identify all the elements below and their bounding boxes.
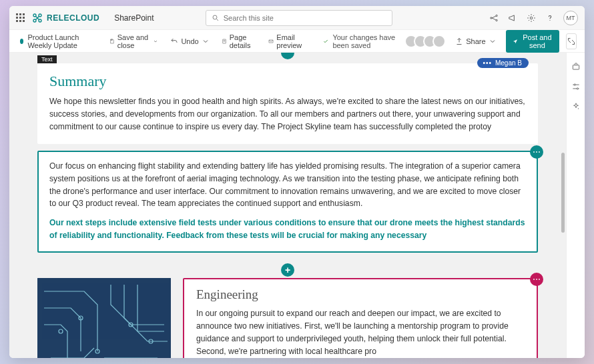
paragraph-2[interactable]: Our focus on enhancing flight stability … xyxy=(49,160,526,211)
svg-line-5 xyxy=(216,19,218,21)
svg-rect-11 xyxy=(111,39,112,41)
svg-point-25 xyxy=(574,84,575,85)
svg-point-7 xyxy=(496,15,497,16)
live-indicator: Product Launch Weekly Update xyxy=(17,32,100,51)
expand-diagonal-icon xyxy=(567,37,575,45)
engineering-body[interactable]: In our ongoing pursuit to expand our rea… xyxy=(196,307,525,358)
svg-rect-15 xyxy=(269,39,273,42)
chevron-down-icon xyxy=(202,37,210,45)
svg-rect-16 xyxy=(37,278,171,358)
engineering-heading: Engineering xyxy=(196,287,525,302)
send-icon xyxy=(513,37,518,45)
page-details-button[interactable]: Page details xyxy=(219,32,260,51)
email-icon xyxy=(268,37,274,45)
presence-dots-icon: ••• xyxy=(483,59,492,67)
app-launcher-icon[interactable] xyxy=(16,13,25,23)
expand-button[interactable] xyxy=(566,33,577,49)
presence-chip[interactable]: ••• Megan B xyxy=(477,58,529,68)
check-icon xyxy=(323,37,328,45)
page-details-icon xyxy=(222,37,227,45)
post-and-send-button[interactable]: Post and send xyxy=(506,30,560,53)
text-section-editing[interactable]: ⋯ Our focus on enhancing flight stabilit… xyxy=(37,151,538,253)
suite-bar: RELECLOUD SharePoint MT xyxy=(9,6,585,30)
summary-body[interactable]: We hope this newsletter finds you in goo… xyxy=(49,95,526,133)
save-status: Your changes have been saved xyxy=(323,33,402,49)
page-body: Text ••• Megan B Summary We hope this ne… xyxy=(9,53,585,358)
svg-point-26 xyxy=(577,88,578,89)
app-window: RELECLOUD SharePoint MT Product Launch W… xyxy=(9,6,585,358)
undo-icon xyxy=(170,37,178,45)
undo-button[interactable]: Undo xyxy=(168,36,212,47)
search-icon xyxy=(212,14,220,22)
brand: RELECLOUD xyxy=(32,13,99,23)
email-preview-button[interactable]: Email preview xyxy=(266,32,310,51)
sparkle-icon[interactable] xyxy=(571,102,581,111)
svg-rect-22 xyxy=(573,65,579,69)
paragraph-2-highlight[interactable]: Our next steps include extensive field t… xyxy=(49,217,526,242)
brand-logo-icon xyxy=(32,13,43,23)
right-rail xyxy=(566,53,585,358)
engineering-card-wrap: ⋯ Engineering In our ongoing pursuit to … xyxy=(183,278,538,358)
svg-point-6 xyxy=(491,17,492,18)
engineering-row: ⋯ Engineering In our ongoing pursuit to … xyxy=(37,278,538,358)
summary-section[interactable]: Text ••• Megan B Summary We hope this ne… xyxy=(37,63,538,144)
webpart-type-label: Text xyxy=(37,55,57,63)
app-name[interactable]: SharePoint xyxy=(114,13,154,23)
svg-point-4 xyxy=(213,15,217,19)
user-avatar[interactable]: MT xyxy=(563,11,578,25)
help-icon[interactable] xyxy=(545,13,555,23)
sliders-icon[interactable] xyxy=(571,82,581,91)
circuit-board-icon xyxy=(37,278,171,358)
document-title: Product Launch Weekly Update xyxy=(27,33,97,49)
share-icon xyxy=(455,37,463,45)
brand-name: RELECLOUD xyxy=(47,13,99,23)
presence-avatar xyxy=(432,35,446,48)
chevron-down-icon xyxy=(153,37,158,45)
search-box[interactable] xyxy=(206,10,392,26)
svg-point-10 xyxy=(549,19,550,20)
save-and-close-button[interactable]: Save and close xyxy=(107,32,162,51)
network-icon[interactable] xyxy=(489,13,499,23)
webpart-menu-icon[interactable]: ⋯ xyxy=(530,273,543,286)
engineering-section[interactable]: ⋯ Engineering In our ongoing pursuit to … xyxy=(183,278,538,358)
svg-point-9 xyxy=(530,17,533,19)
add-section-button[interactable]: + xyxy=(281,263,294,277)
add-section-button-top[interactable] xyxy=(281,53,294,59)
svg-point-27 xyxy=(577,108,578,109)
suite-right-controls: MT xyxy=(489,11,578,25)
settings-icon[interactable] xyxy=(526,13,537,23)
live-dot-icon xyxy=(20,39,23,44)
save-icon xyxy=(109,37,115,45)
engineering-image[interactable] xyxy=(37,278,171,358)
svg-point-8 xyxy=(496,19,497,21)
toolbox-icon[interactable] xyxy=(571,62,581,71)
add-section-strip: + xyxy=(37,262,538,278)
summary-heading: Summary xyxy=(49,73,526,90)
webpart-menu-icon[interactable]: ⋯ xyxy=(530,145,543,159)
chevron-down-icon xyxy=(489,37,497,45)
canvas: Text ••• Megan B Summary We hope this ne… xyxy=(9,53,566,358)
share-button[interactable]: Share xyxy=(453,36,499,47)
megaphone-icon[interactable] xyxy=(507,13,518,23)
page-toolbar: Product Launch Weekly Update Save and cl… xyxy=(9,30,585,53)
canvas-scroll[interactable]: Text ••• Megan B Summary We hope this ne… xyxy=(9,53,566,358)
presence-facepile[interactable] xyxy=(408,35,446,48)
scrollbar-thumb[interactable] xyxy=(561,153,565,233)
search-input[interactable] xyxy=(224,14,386,22)
